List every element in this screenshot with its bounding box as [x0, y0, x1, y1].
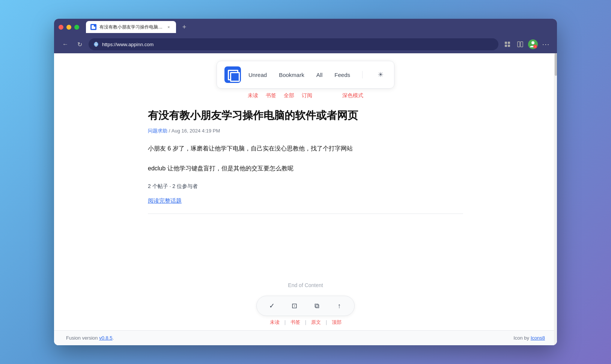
app-logo-inner [228, 70, 238, 80]
sep-3: ｜ [324, 319, 329, 326]
footer-version-period: . [113, 335, 114, 341]
traffic-lights [59, 25, 79, 30]
nav-divider [362, 71, 363, 78]
reader-view-icon[interactable] [515, 39, 525, 50]
close-button[interactable] [59, 25, 63, 30]
nav-feeds[interactable]: Feeds [334, 72, 350, 78]
external-link-button[interactable]: ⧉ [311, 300, 323, 312]
article-title: 有没有教小朋友学习操作电脑的软件或者网页 [148, 109, 463, 122]
address-bar[interactable]: https://www.appinn.com [89, 38, 498, 50]
svg-rect-3 [508, 42, 510, 44]
theme-toggle[interactable]: ☀ [375, 69, 387, 81]
page-content: Unread Bookmark All Feeds ☀ 未读 书签 全部 订阅 … [54, 53, 557, 345]
site-favicon [93, 41, 99, 47]
anno-feeds: 订阅 [302, 92, 312, 99]
anno-bottom-unread: 未读 [270, 319, 280, 326]
nav-unread[interactable]: Unread [248, 72, 267, 78]
new-tab-button[interactable]: + [179, 22, 190, 32]
browser-window: 有没有教小朋友学习操作电脑的... × + ← ↻ https://www.ap… [54, 19, 557, 345]
toolbar: ← ↻ https://www.appinn.com [54, 35, 557, 53]
article-area: 有没有教小朋友学习操作电脑的软件或者网页 问题求助 / Aug 16, 2024… [80, 101, 531, 282]
refresh-button[interactable]: ↻ [74, 39, 85, 50]
article-body-1: 小朋友 6 岁了，琢磨着让他学下电脑，自己实在没心思教他，找了个打字网站 [148, 143, 463, 154]
end-of-content: End of Content [54, 282, 557, 288]
back-button[interactable]: ← [60, 39, 71, 50]
svg-point-9 [531, 41, 534, 44]
svg-rect-4 [505, 45, 507, 47]
menu-icon[interactable]: ⋯ [540, 39, 551, 50]
scroll-top-button[interactable]: ↑ [333, 300, 345, 312]
action-pill: ✓ ⊡ ⧉ ↑ [256, 296, 355, 316]
scrollbar[interactable] [554, 53, 557, 345]
sep-2: ｜ [303, 319, 308, 326]
anno-bottom-top: 顶部 [332, 319, 342, 326]
page-nav: Unread Bookmark All Feeds ☀ [54, 53, 557, 92]
nav-links: Unread Bookmark All Feeds ☀ [248, 69, 387, 81]
profile-avatar[interactable]: ! [528, 39, 538, 50]
mark-read-button[interactable]: ✓ [266, 300, 278, 312]
bottom-action-bar: ✓ ⊡ ⧉ ↑ [54, 296, 557, 316]
extensions-icon[interactable] [502, 39, 513, 50]
nav-all[interactable]: All [316, 72, 323, 78]
address-text: https://www.appinn.com [102, 42, 154, 47]
tab-label: 有没有教小朋友学习操作电脑的... [99, 24, 163, 30]
app-logo [224, 66, 241, 83]
read-full-link[interactable]: 阅读完整话题 [148, 197, 182, 205]
svg-rect-2 [505, 42, 507, 44]
anno-bottom-bookmark: 书签 [290, 319, 300, 326]
anno-bookmark: 书签 [266, 92, 276, 99]
title-bar: 有没有教小朋友学习操作电脑的... × + [54, 19, 557, 35]
tab-area: 有没有教小朋友学习操作电脑的... × + [86, 21, 552, 33]
svg-text:!: ! [535, 45, 536, 48]
nav-bookmark[interactable]: Bookmark [279, 72, 304, 78]
article-body-2: edclub 让他学习键盘盲打，但是其他的交互要怎么教呢 [148, 163, 463, 174]
svg-rect-6 [518, 42, 520, 47]
article-date: Aug 16, 2024 4:19 PM [172, 128, 220, 134]
nav-anno-group: 未读 书签 全部 订阅 深色模式 [248, 92, 363, 99]
anno-bottom-original: 原文 [311, 319, 321, 326]
article-category[interactable]: 问题求助 [148, 128, 167, 134]
footer-version-link[interactable]: v0.8.5 [99, 335, 112, 341]
tab-favicon [90, 24, 96, 30]
footer-version-text: Fusion version [66, 335, 99, 341]
toolbar-actions: ! ⋯ [502, 39, 551, 50]
nav-pill: Unread Bookmark All Feeds ☀ [217, 61, 394, 89]
minimize-button[interactable] [66, 25, 71, 30]
tab-close-button[interactable]: × [166, 24, 172, 30]
article-meta: 问题求助 / Aug 16, 2024 4:19 PM [148, 128, 463, 134]
maximize-button[interactable] [74, 25, 79, 30]
sep-1: ｜ [283, 319, 287, 326]
bottom-annotations: 未读 ｜ 书签 ｜ 原文 ｜ 顶部 [54, 319, 557, 330]
anno-theme: 深色模式 [342, 92, 363, 99]
footer-icon-credit: Icon by Icons8 [513, 335, 545, 341]
footer-version: Fusion version v0.8.5. [66, 335, 114, 341]
scrollbar-thumb[interactable] [555, 53, 557, 76]
footer-icon-text: Icon by [513, 335, 531, 341]
svg-rect-5 [508, 45, 510, 47]
anno-all: 全部 [284, 92, 294, 99]
footer-icon-link[interactable]: Icons8 [531, 335, 545, 341]
bookmark-button[interactable]: ⊡ [288, 300, 300, 312]
page-footer: Fusion version v0.8.5. Icon by Icons8 [54, 330, 557, 345]
nav-annotations: 未读 书签 全部 订阅 深色模式 [54, 92, 557, 101]
article-divider [148, 214, 463, 214]
article-meta-sep: / [169, 128, 172, 134]
active-tab[interactable]: 有没有教小朋友学习操作电脑的... × [86, 21, 176, 33]
svg-rect-7 [521, 42, 523, 47]
article-stats: 2 个帖子 · 2 位参与者 [148, 183, 463, 190]
anno-unread: 未读 [248, 92, 258, 99]
